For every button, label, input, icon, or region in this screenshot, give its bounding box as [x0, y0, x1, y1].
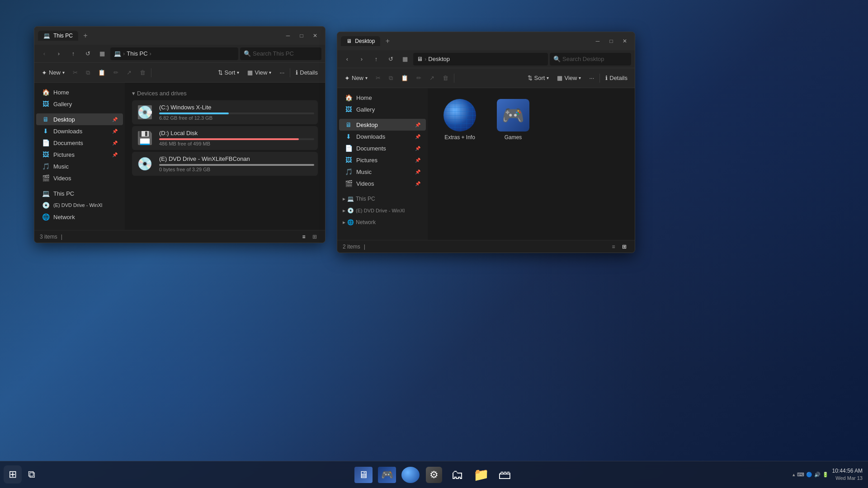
close-button-2[interactable]: ✕: [618, 35, 631, 47]
sidebar-network-group-2[interactable]: ▸ 🌐 Network: [337, 216, 428, 228]
back-button-1[interactable]: ‹: [38, 47, 51, 60]
rename-button-1[interactable]: ✏: [110, 66, 122, 80]
search-bar-2[interactable]: 🔍 Search Desktop: [550, 53, 631, 66]
share-button-1[interactable]: ↗: [123, 66, 135, 80]
tab-desktop[interactable]: 🖥 Desktop: [341, 36, 380, 46]
tab-thispc[interactable]: 💻 This PC: [38, 31, 78, 41]
sidebar-item-music-1[interactable]: 🎵 Music: [36, 160, 123, 172]
copy-button-1[interactable]: ⧉: [82, 66, 94, 80]
details-button-2[interactable]: ℹ Details: [602, 71, 631, 85]
tray-expand-icon[interactable]: ▴: [793, 472, 795, 478]
paste-button-2[interactable]: 📋: [397, 71, 412, 85]
sidebar-item-gallery-1[interactable]: 🖼 Gallery: [36, 98, 123, 110]
extras-icon: [443, 99, 476, 131]
sidebar-item-home-2[interactable]: 🏠 Home: [339, 92, 426, 103]
section-chevron-1: ▾: [132, 90, 135, 97]
delete-button-2[interactable]: 🗑: [439, 71, 452, 85]
more-button-2[interactable]: ···: [585, 71, 598, 85]
taskbar-folder3-icon[interactable]: 🗃: [494, 464, 515, 486]
forward-button-2[interactable]: ›: [355, 53, 368, 66]
minimize-button-1[interactable]: ─: [282, 29, 294, 42]
refresh-button-2[interactable]: ↺: [384, 53, 397, 66]
taskbar-folder-stack-icon[interactable]: 🗂: [447, 464, 468, 486]
sidebar-item-pictures-1[interactable]: 🖼 Pictures 📌: [36, 149, 123, 160]
task-view-button[interactable]: ⧉: [23, 465, 41, 483]
new-tab-button-2[interactable]: +: [382, 36, 393, 47]
documents-icon-2: 📄: [344, 145, 353, 152]
tray-keyboard-icon[interactable]: ⌨: [797, 472, 804, 478]
drive-c-item[interactable]: 💽 (C:) Windows X-Lite 6.82 GB free of 12…: [132, 100, 318, 124]
address-bar-2[interactable]: 🖥 › Desktop: [413, 53, 548, 66]
view-button-1[interactable]: ▦ View ▾: [244, 66, 275, 80]
sidebar-item-dvd-1[interactable]: 💿 (E) DVD Drive - WinXl: [36, 199, 123, 211]
sidebar-item-documents-1[interactable]: 📄 Documents 📌: [36, 137, 123, 149]
refresh-button-1[interactable]: ↺: [81, 47, 94, 60]
new-button-2[interactable]: ✦ New ▾: [341, 71, 371, 85]
sidebar-item-thispc-1[interactable]: 💻 This PC: [36, 188, 123, 199]
details-button-1[interactable]: ℹ Details: [292, 66, 321, 80]
tray-battery-icon[interactable]: 🔋: [822, 472, 829, 478]
sidebar-item-desktop-2[interactable]: 🖥 Desktop 📌: [339, 119, 426, 131]
sidebar-item-videos-1[interactable]: 🎬 Videos: [36, 172, 123, 184]
drive-d-item[interactable]: 💾 (D:) Local Disk 486 MB free of 499 MB: [132, 126, 318, 150]
copy-button-2[interactable]: ⧉: [385, 71, 396, 85]
start-button[interactable]: ⊞: [4, 465, 22, 483]
sidebar-item-pictures-2[interactable]: 🖼 Pictures 📌: [339, 154, 426, 166]
taskbar-gamepad-icon[interactable]: 🎮: [376, 464, 398, 486]
sidebar-item-desktop-1[interactable]: 🖥 Desktop 📌: [36, 113, 123, 125]
address-bar-1[interactable]: 💻 › This PC ›: [110, 47, 238, 60]
sort-button-1[interactable]: ⇅ Sort ▾: [214, 66, 243, 80]
tray-volume-icon[interactable]: 🔊: [814, 472, 821, 478]
drive-d-icon: 💾: [136, 131, 154, 145]
more-button-1[interactable]: ···: [276, 66, 288, 80]
maximize-button-2[interactable]: □: [605, 35, 618, 47]
list-view-btn-1[interactable]: ≡: [299, 232, 309, 242]
sidebar-thispc-group-2[interactable]: ▸ 💻 This PC: [337, 193, 428, 205]
new-tab-button-1[interactable]: +: [80, 30, 91, 41]
sidebar-item-videos-2[interactable]: 🎬 Videos 📌: [339, 178, 426, 189]
search-bar-1[interactable]: 🔍 Search This PC: [240, 47, 321, 60]
delete-button-1[interactable]: 🗑: [136, 66, 149, 80]
sidebar-item-home-1[interactable]: 🏠 Home: [36, 86, 123, 98]
downloads-icon-1: ⬇: [42, 127, 50, 135]
drive-e-item[interactable]: 💿 (E) DVD Drive - WinXLiteFBConan 0 byte…: [132, 152, 318, 176]
sidebar-item-documents-2[interactable]: 📄 Documents 📌: [339, 142, 426, 154]
tray-bluetooth-icon[interactable]: 🔵: [806, 472, 812, 478]
back-button-2[interactable]: ‹: [341, 53, 354, 66]
file-item-games[interactable]: 🎮 Games: [488, 95, 538, 144]
new-button-1[interactable]: ✦ New ▾: [38, 66, 68, 80]
grid-view-btn-2[interactable]: ⊞: [619, 242, 629, 252]
sidebar-item-network-1[interactable]: 🌐 Network: [36, 211, 123, 223]
sort-button-2[interactable]: ⇅ Sort ▾: [524, 71, 553, 85]
sidebar-item-music-2[interactable]: 🎵 Music 📌: [339, 166, 426, 178]
music-icon-2: 🎵: [344, 168, 353, 175]
up-button-1[interactable]: ↑: [67, 47, 80, 60]
grid-view-btn-1[interactable]: ⊞: [310, 232, 320, 242]
forward-button-1[interactable]: ›: [52, 47, 65, 60]
taskbar-folder2-icon[interactable]: 📁: [470, 464, 492, 486]
network-icon-1: 🌐: [42, 213, 50, 221]
maximize-button-1[interactable]: □: [295, 29, 308, 42]
close-button-1[interactable]: ✕: [309, 29, 321, 42]
taskbar-monitor-icon[interactable]: 🖥: [353, 464, 374, 486]
rename-button-2[interactable]: ✏: [413, 71, 425, 85]
paste-button-1[interactable]: 📋: [94, 66, 109, 80]
sidebar-item-gallery-2[interactable]: 🖼 Gallery: [339, 103, 426, 115]
taskbar-settings-icon[interactable]: ⚙: [423, 464, 445, 486]
sidebar-item-downloads-2[interactable]: ⬇ Downloads 📌: [339, 131, 426, 142]
view-button-2[interactable]: ▦ View ▾: [553, 71, 585, 85]
cut-button-2[interactable]: ✂: [372, 71, 384, 85]
minimize-button-2[interactable]: ─: [591, 35, 604, 47]
taskbar-globe-icon[interactable]: [400, 464, 421, 486]
view-toggle-2[interactable]: ▦: [399, 53, 411, 66]
sidebar-thispc-label-1: This PC: [53, 190, 74, 197]
file-item-extras[interactable]: Extras + Info: [435, 95, 485, 144]
list-view-btn-2[interactable]: ≡: [609, 242, 618, 252]
view-toggle-1[interactable]: ▦: [96, 47, 108, 60]
up-button-2[interactable]: ↑: [370, 53, 382, 66]
cut-button-1[interactable]: ✂: [69, 66, 81, 80]
share-button-2[interactable]: ↗: [426, 71, 438, 85]
sidebar-item-downloads-1[interactable]: ⬇ Downloads 📌: [36, 125, 123, 137]
clock[interactable]: 10:44:56 AM Wed Mar 13: [832, 467, 863, 482]
sidebar-dvd-group-2[interactable]: ▸ 💿 (E) DVD Drive - WinXl: [337, 205, 428, 216]
